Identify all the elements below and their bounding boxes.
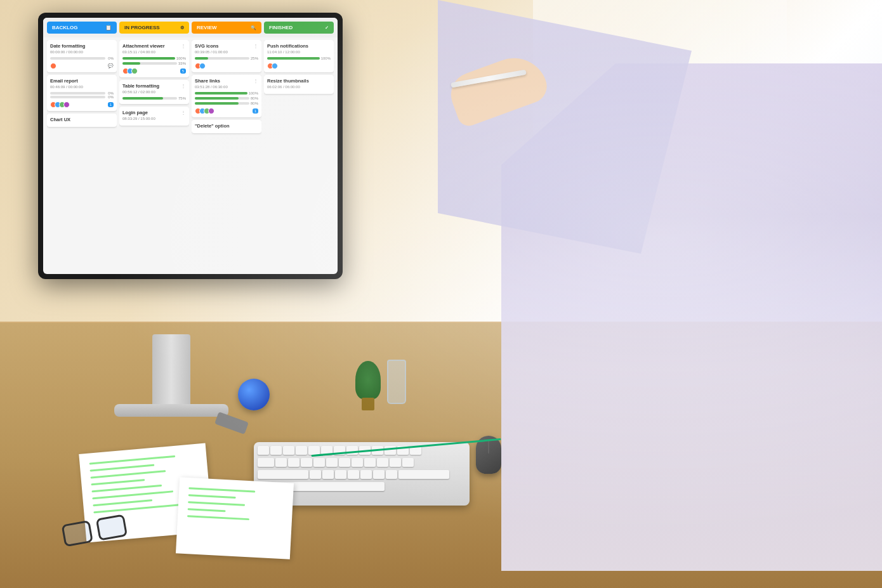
inprogress-label: IN PROGRESS	[124, 25, 160, 30]
paper-line	[91, 479, 145, 485]
card-resize-thumbnails[interactable]: Resize thumbnails 06:02:06 / 06:00:00	[264, 75, 334, 94]
pct-2: 33%	[178, 62, 186, 65]
keyboard-key	[377, 458, 388, 467]
keyboard-key	[352, 458, 363, 467]
keyboard-key	[313, 458, 325, 467]
more-icon[interactable]: ⋮	[253, 43, 258, 50]
more-icon[interactable]: ⋮	[181, 43, 186, 50]
avatar	[208, 108, 214, 114]
keyboard-key	[258, 446, 269, 455]
paper-line	[91, 485, 161, 493]
card-title: Chart UX	[50, 117, 114, 122]
card-title: Email report	[50, 78, 114, 84]
kanban-col-review: SVG icons ⋮ 00:39:05 / 01:00:00 25%	[192, 40, 261, 265]
keyboard-key	[301, 458, 312, 467]
card-title: "Delete" option	[195, 123, 258, 129]
monitor-base	[114, 404, 228, 417]
paper-line	[188, 501, 245, 506]
card-login-page[interactable]: Login page ⋮ 08:33:29 / 15:00:00	[119, 107, 189, 126]
card-push-notifications[interactable]: Push notifications 11:04:10 / 12:00:00 1…	[264, 40, 334, 72]
col-header-inprogress[interactable]: IN PROGRESS ⚙	[119, 22, 189, 34]
col-header-review[interactable]: REVIEW 🔍	[192, 22, 261, 34]
paper-line	[93, 504, 180, 513]
message-badge: 5	[180, 69, 186, 74]
more-icon[interactable]: ⋮	[181, 83, 186, 90]
col-header-backlog[interactable]: BACKLOG 📋	[47, 22, 117, 34]
kanban-body: Date formatting 00:00:00 / 00:00:00 0% 💬	[43, 37, 338, 267]
progress-pct2: 0%	[108, 95, 114, 99]
keyboard-key	[310, 470, 321, 479]
card-date-formatting[interactable]: Date formatting 00:00:00 / 00:00:00 0% 💬	[47, 40, 117, 72]
card-time: 00:39:05 / 01:00:00	[195, 50, 258, 54]
card-share-links[interactable]: Share links ⋮ 03:51:28 / 06:30:00 100% 8…	[192, 75, 261, 117]
message-icon: 💬	[108, 63, 114, 69]
plant-pot	[362, 398, 374, 410]
card-time: 00:56:12 / 02:00:00	[122, 90, 186, 94]
card-email-report[interactable]: Email report 00:46:09 / 00:00:00 0% 0%	[47, 75, 117, 111]
decorative-ball	[238, 379, 270, 410]
keyboard-key	[288, 458, 299, 467]
card-title: Attachment viewer	[122, 43, 165, 49]
keyboard-key	[373, 470, 385, 479]
card-time: 06:02:06 / 06:00:00	[267, 85, 331, 89]
card-time: 03:15:11 / 04:00:00	[122, 50, 186, 54]
inprogress-icon: ⚙	[180, 25, 184, 30]
keyboard-key	[258, 458, 274, 467]
paper-line	[188, 494, 236, 499]
glass-of-water	[387, 360, 406, 404]
pct-1: 100%	[176, 56, 186, 60]
card-time: 03:51:28 / 06:30:00	[195, 85, 258, 89]
col-header-finished[interactable]: FINISHED ✓	[264, 22, 334, 34]
keyboard-key	[348, 470, 359, 479]
card-title: SVG icons	[195, 43, 219, 49]
pct-2: 80%	[251, 96, 258, 100]
more-icon[interactable]: ⋮	[181, 110, 186, 117]
paper-line	[93, 499, 152, 506]
paper-line	[188, 487, 255, 492]
kanban-col-finished: Push notifications 11:04:10 / 12:00:00 1…	[264, 40, 334, 265]
monitor-stand	[152, 334, 190, 410]
keyboard-key	[398, 470, 449, 479]
keyboard-key	[270, 446, 282, 455]
keyboard-key	[360, 470, 372, 479]
paper-document-2	[176, 477, 294, 559]
keyboard-key	[258, 470, 308, 479]
keyboard-key	[335, 470, 346, 479]
finished-label: FINISHED	[269, 25, 293, 30]
pct-1: 100%	[249, 91, 258, 95]
backlog-label: BACKLOG	[52, 25, 77, 30]
paper-line	[89, 455, 176, 465]
keyboard-key	[296, 446, 307, 455]
keyboard-key	[275, 458, 287, 467]
card-title: Table formatting	[122, 83, 159, 89]
pct-1: 100%	[321, 56, 331, 60]
card-svg-icons[interactable]: SVG icons ⋮ 00:39:05 / 01:00:00 25%	[192, 40, 261, 72]
more-icon[interactable]: ⋮	[253, 78, 258, 85]
card-title: Resize thumbnails	[267, 78, 331, 84]
avatar	[50, 63, 56, 69]
card-attachment-viewer[interactable]: Attachment viewer ⋮ 03:15:11 / 04:00:00 …	[119, 40, 189, 77]
paper-line	[90, 470, 166, 478]
avatar	[272, 63, 278, 69]
card-chart-ux[interactable]: Chart UX	[47, 114, 117, 127]
keyboard-key	[386, 470, 397, 479]
message-badge: 1	[253, 108, 258, 114]
card-title: Share links	[195, 78, 220, 84]
avatar	[131, 68, 138, 74]
keyboard-key	[308, 446, 320, 455]
plant-leaves	[355, 361, 381, 399]
monitor: BACKLOG 📋 IN PROGRESS ⚙ REVIEW 🔍 FINISHE…	[38, 13, 343, 279]
review-label: REVIEW	[197, 25, 217, 30]
desk-plant	[355, 360, 381, 410]
keyboard-key	[339, 458, 350, 467]
keyboard-key	[283, 446, 294, 455]
card-table-formatting[interactable]: Table formatting ⋮ 00:56:12 / 02:00:00 7…	[119, 80, 189, 104]
card-delete-option[interactable]: "Delete" option	[192, 120, 261, 133]
card-time: 00:46:09 / 00:00:00	[50, 85, 114, 89]
card-time: 11:04:10 / 12:00:00	[267, 50, 331, 54]
keyboard-key	[364, 458, 376, 467]
paper-line	[187, 515, 249, 520]
pct-1: 75%	[178, 96, 186, 100]
keyboard-key	[390, 458, 401, 467]
backlog-icon: 📋	[105, 25, 112, 30]
